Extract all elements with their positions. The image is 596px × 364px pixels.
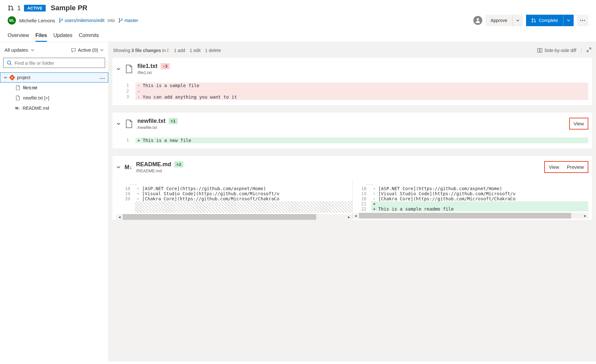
avatar[interactable]: ML	[8, 16, 16, 25]
source-branch-link[interactable]: users/milemons/edit	[58, 18, 105, 23]
tree-item-readme[interactable]: M↓ README.md	[0, 103, 108, 113]
side-by-side-diff: ... 18 - [ASP.NET Core](https://github.c…	[116, 181, 588, 220]
tree-root-more[interactable]	[100, 75, 105, 80]
diff-line-removed: - This is a sample file	[135, 83, 588, 88]
svg-point-11	[532, 21, 533, 22]
expand-icon	[586, 47, 592, 52]
scroll-right-arrow[interactable]: ▶	[346, 215, 352, 219]
svg-point-9	[477, 18, 479, 20]
diff-line-removed: - You can add anything you want to it	[135, 94, 588, 100]
file-icon	[125, 64, 134, 73]
diff-mode-toggle[interactable]: Side-by-side diff	[537, 48, 576, 53]
chevron-down-icon	[4, 76, 7, 79]
scroll-left-arrow[interactable]: ◀	[116, 215, 123, 219]
tree-root[interactable]: project	[0, 72, 108, 83]
chevron-down-icon	[567, 19, 570, 22]
branch-icon	[58, 18, 64, 23]
source-branch-text: users/milemons/edit	[65, 18, 105, 23]
diff-line: - [Chakra Core](https://github.com/Micro…	[371, 196, 589, 201]
chevron-down-icon[interactable]	[116, 122, 121, 126]
line-number: 2	[116, 88, 135, 94]
svg-point-12	[534, 21, 536, 22]
svg-point-4	[59, 22, 60, 23]
pr-tabs: Overview Files Updates Commits	[8, 30, 588, 42]
file-card-file1: file1.txt -3 /file1.txt 1- This is a sam…	[112, 58, 592, 105]
tab-updates[interactable]: Updates	[53, 30, 73, 42]
preview-file-button[interactable]: Preview	[563, 163, 588, 171]
ellipsis-icon	[580, 20, 585, 21]
file-tree: project file1.txt newfile.txt [+]	[0, 71, 108, 113]
approve-button-split: Approve	[485, 15, 523, 26]
tree-item-newfile[interactable]: newfile.txt [+]	[0, 93, 108, 103]
diff-badge-added: +2	[174, 161, 183, 167]
svg-point-16	[7, 61, 11, 64]
main-area: All updates Active (0)	[0, 42, 596, 361]
svg-point-10	[532, 19, 533, 20]
file-search-box[interactable]	[3, 58, 105, 68]
updates-filter-dropdown[interactable]: All updates	[4, 47, 34, 53]
file-name: file1.txt	[137, 63, 157, 70]
tree-item-file1[interactable]: file1.txt	[0, 83, 108, 93]
line-number: 19	[116, 191, 135, 196]
chevron-down-icon[interactable]	[116, 165, 121, 169]
sidebar-filters: All updates Active (0)	[0, 45, 108, 55]
file-icon	[15, 95, 20, 100]
diff-line: - [ASP.NET Core](https://github.com/aspn…	[371, 186, 589, 191]
chevron-down-icon[interactable]	[116, 67, 121, 71]
horizontal-scrollbar[interactable]: ◀ ▶	[116, 214, 352, 220]
complete-button[interactable]: Complete	[526, 15, 563, 26]
files-sidebar: All updates Active (0)	[0, 42, 109, 361]
view-button-group: View	[569, 118, 588, 130]
file-icon	[15, 85, 20, 90]
svg-point-3	[59, 19, 60, 19]
line-number: 18	[116, 186, 135, 191]
tab-overview[interactable]: Overview	[8, 30, 29, 42]
file-name: README.md	[136, 161, 171, 168]
diff-mode-label: Side-by-side diff	[544, 48, 576, 53]
tab-commits[interactable]: Commits	[79, 30, 99, 42]
file-path: /file1.txt	[137, 70, 170, 75]
scroll-left-arrow[interactable]: ◀	[353, 214, 359, 218]
chevron-down-icon	[31, 48, 34, 52]
file-path: /README.md	[136, 168, 183, 173]
scroll-thumb[interactable]	[359, 213, 571, 219]
svg-point-19	[100, 78, 101, 79]
more-actions-button[interactable]	[577, 15, 588, 26]
scroll-thumb[interactable]	[123, 214, 316, 220]
fullscreen-button[interactable]	[586, 47, 592, 53]
svg-point-1	[9, 9, 10, 11]
svg-point-20	[102, 78, 103, 79]
tab-files[interactable]: Files	[35, 30, 47, 42]
diff-tools: Side-by-side diff |	[537, 47, 592, 53]
complete-dropdown[interactable]	[563, 15, 574, 26]
author-name: Michelle Lemons	[19, 18, 55, 23]
reviewer-icon[interactable]	[473, 16, 482, 25]
approve-button[interactable]: Approve	[485, 15, 513, 26]
showing-prefix: Showing	[113, 48, 132, 53]
line-number: 20	[353, 196, 371, 201]
branch-icon	[118, 18, 123, 23]
horizontal-scrollbar[interactable]: ◀ ▶	[353, 213, 589, 219]
file-path: /newfile.txt	[137, 125, 178, 130]
active-comments-dropdown[interactable]: Active (0)	[71, 47, 104, 53]
change-stats: Showing 3 file changes in /: 1 add 1 edi…	[113, 48, 221, 53]
file-icon	[125, 119, 134, 128]
stats-edit: 1 edit	[190, 48, 201, 53]
approve-dropdown[interactable]	[513, 15, 523, 26]
file-search-input[interactable]	[15, 60, 102, 66]
stats-add: 1 add	[174, 48, 185, 53]
diff-block: 1+ This is a new file	[116, 137, 588, 143]
diff-badge-added: +1	[169, 118, 178, 124]
author-branch-info: ML Michelle Lemons users/milemons/edit i…	[8, 16, 138, 25]
target-branch-link[interactable]: master	[118, 18, 138, 23]
view-file-button[interactable]: View	[545, 163, 563, 171]
svg-point-8	[121, 19, 122, 20]
svg-point-6	[119, 19, 120, 19]
scroll-right-arrow[interactable]: ▶	[582, 214, 588, 218]
updates-filter-label: All updates	[4, 47, 28, 53]
view-file-button[interactable]: View	[570, 120, 588, 128]
in-path: in /:	[161, 48, 169, 53]
diff-line-added: + This is a sample readme file	[371, 206, 589, 212]
line-number: 19	[353, 191, 371, 196]
line-number: 3	[116, 94, 135, 100]
